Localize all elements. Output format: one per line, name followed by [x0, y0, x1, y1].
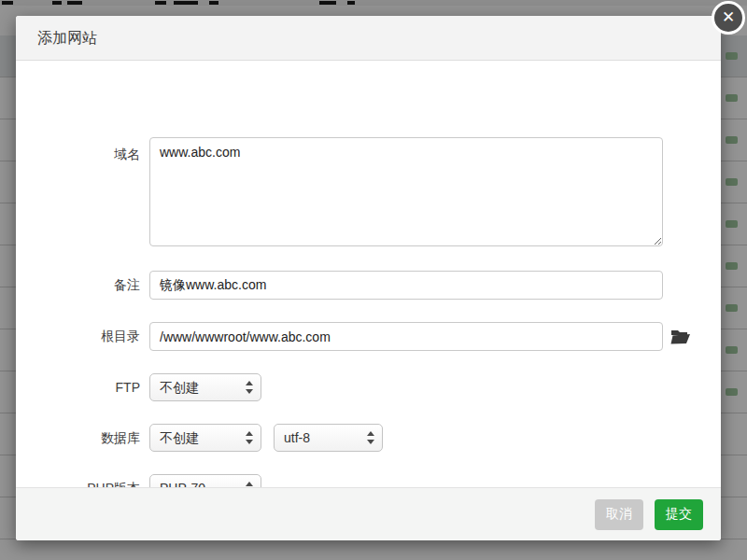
dialog-footer: 取消 提交 [16, 487, 721, 540]
cancel-button[interactable]: 取消 [595, 499, 643, 530]
dialog-title: 添加网站 [16, 16, 721, 61]
root-dir-input[interactable] [149, 322, 663, 351]
ftp-select-wrap: 不创建 [149, 373, 261, 401]
database-select[interactable]: 不创建 [149, 424, 261, 452]
ftp-label: FTP [33, 373, 140, 401]
folder-icon[interactable] [670, 329, 691, 345]
database-label: 数据库 [33, 424, 140, 452]
dialog-body: 域名 www.abc.com 备注 根目录 FTP 不创建 数据库 不创建 [16, 62, 721, 487]
charset-select[interactable]: utf-8 [274, 424, 383, 452]
add-website-dialog: ✕ 添加网站 域名 www.abc.com 备注 根目录 FTP 不创建 数据库 [16, 16, 721, 540]
note-input[interactable] [149, 271, 663, 300]
note-label: 备注 [33, 271, 140, 300]
domain-textarea[interactable]: www.abc.com [149, 137, 663, 246]
ftp-select[interactable]: 不创建 [149, 373, 261, 401]
domain-label: 域名 [33, 140, 140, 168]
dialog-header: 添加网站 [16, 16, 721, 61]
submit-button[interactable]: 提交 [655, 499, 703, 530]
close-icon[interactable]: ✕ [712, 1, 745, 35]
root-dir-label: 根目录 [33, 322, 140, 351]
charset-select-wrap: utf-8 [274, 424, 383, 452]
database-select-wrap: 不创建 [149, 424, 261, 452]
